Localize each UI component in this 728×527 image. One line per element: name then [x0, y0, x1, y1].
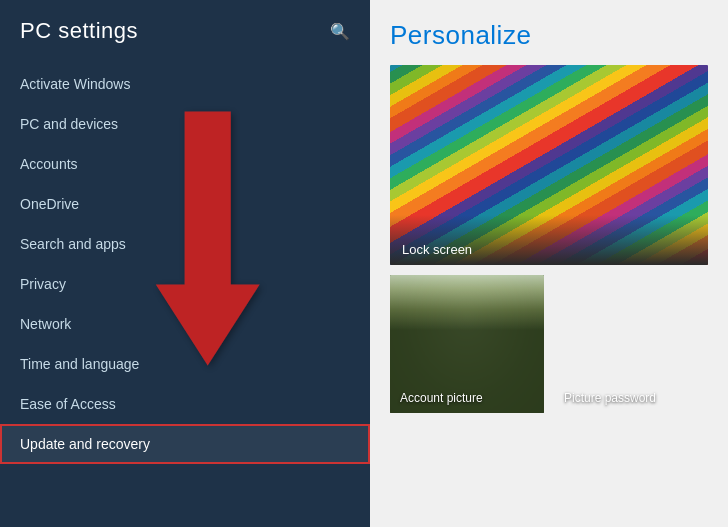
sidebar-item-activate-windows[interactable]: Activate Windows — [0, 64, 370, 104]
account-picture-thumbnail[interactable]: Account picture — [390, 275, 544, 413]
sidebar: PC settings 🔍 Activate Windows PC and de… — [0, 0, 370, 527]
main-content: Personalize Lock screen Account picture … — [370, 0, 728, 527]
sidebar-item-network[interactable]: Network — [0, 304, 370, 344]
lock-screen-thumbnail[interactable]: Lock screen — [390, 65, 708, 265]
sidebar-item-search-and-apps[interactable]: Search and apps — [0, 224, 370, 264]
sidebar-item-update-and-recovery[interactable]: Update and recovery — [0, 424, 370, 464]
sidebar-title: PC settings — [20, 18, 138, 44]
lock-screen-label: Lock screen — [402, 242, 472, 257]
sidebar-item-pc-and-devices[interactable]: PC and devices — [0, 104, 370, 144]
page-title: Personalize — [390, 20, 708, 51]
sidebar-item-privacy[interactable]: Privacy — [0, 264, 370, 304]
account-picture-label: Account picture — [400, 391, 483, 405]
thumbnail-gradient — [390, 215, 708, 265]
search-button[interactable]: 🔍 — [330, 22, 350, 41]
sidebar-item-ease-of-access[interactable]: Ease of Access — [0, 384, 370, 424]
sidebar-item-accounts[interactable]: Accounts — [0, 144, 370, 184]
picture-password-label: Picture password — [564, 391, 656, 405]
sidebar-item-time-and-language[interactable]: Time and language — [0, 344, 370, 384]
thumbnail-row: Account picture Picture password — [390, 275, 708, 413]
picture-password-thumbnail[interactable]: Picture password — [554, 275, 708, 413]
sidebar-header: PC settings 🔍 — [0, 18, 370, 64]
sidebar-item-onedrive[interactable]: OneDrive — [0, 184, 370, 224]
